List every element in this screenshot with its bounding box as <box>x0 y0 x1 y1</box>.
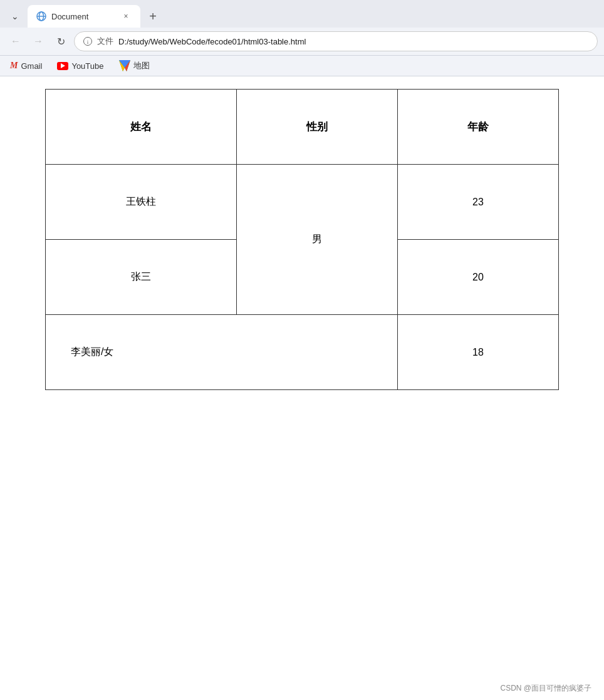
cell-gender-1: 男 <box>236 165 397 315</box>
bookmark-maps[interactable]: 地图 <box>115 58 154 73</box>
gmail-icon: M <box>10 61 18 71</box>
tab-title: Document <box>51 12 115 21</box>
page-content: 姓名 性别 年龄 王铁柱 男 23 张三 20 李美丽/女 18 <box>0 76 604 403</box>
header-age: 年龄 <box>397 90 558 165</box>
address-bar[interactable]: i 文件 D:/study/Web/WebCode/fecode01/html0… <box>74 31 598 51</box>
svg-text:i: i <box>87 39 89 45</box>
bookmark-youtube-label: YouTube <box>71 61 103 71</box>
new-tab-button[interactable]: + <box>143 6 163 26</box>
bookmark-gmail[interactable]: M Gmail <box>6 59 46 73</box>
tab-close-button[interactable]: × <box>120 11 132 22</box>
bookmark-maps-label: 地图 <box>133 60 150 71</box>
table-header-row: 姓名 性别 年龄 <box>46 90 559 165</box>
bookmark-gmail-label: Gmail <box>21 61 42 71</box>
table-row: 李美丽/女 18 <box>46 315 559 390</box>
maps-icon <box>119 60 130 71</box>
header-name: 姓名 <box>46 90 237 165</box>
nav-bar: ← → ↻ i 文件 D:/study/Web/WebCode/fecode01… <box>0 28 604 56</box>
address-file-label: 文件 <box>97 36 113 47</box>
cell-name-2: 张三 <box>46 240 237 315</box>
data-table: 姓名 性别 年龄 王铁柱 男 23 张三 20 李美丽/女 18 <box>45 89 559 390</box>
browser-chrome: ⌄ Document × + ← → ↻ <box>0 0 604 76</box>
back-button[interactable]: ← <box>6 32 25 51</box>
cell-name-1: 王铁柱 <box>46 165 237 240</box>
address-info-icon: i <box>83 37 92 46</box>
table-row: 王铁柱 男 23 <box>46 165 559 240</box>
tab-bar: ⌄ Document × + <box>0 0 604 28</box>
footer: CSDN @面目可憎的疯婆子 <box>500 683 591 694</box>
tab-favicon-icon <box>36 11 46 21</box>
reload-button[interactable]: ↻ <box>51 32 70 51</box>
address-url: D:/study/Web/WebCode/fecode01/html03-tab… <box>118 37 588 46</box>
active-tab[interactable]: Document × <box>28 5 140 28</box>
cell-name-gender-3: 李美丽/女 <box>46 315 398 390</box>
bookmark-youtube[interactable]: YouTube <box>53 59 107 73</box>
header-gender: 性别 <box>236 90 397 165</box>
bookmarks-bar: M Gmail YouTube 地图 <box>0 56 604 76</box>
tab-dropdown-button[interactable]: ⌄ <box>5 6 25 26</box>
footer-text: CSDN @面目可憎的疯婆子 <box>500 684 591 692</box>
cell-age-3: 18 <box>397 315 558 390</box>
forward-button[interactable]: → <box>29 32 48 51</box>
cell-age-1: 23 <box>397 165 558 240</box>
cell-age-2: 20 <box>397 240 558 315</box>
youtube-icon <box>57 62 68 70</box>
